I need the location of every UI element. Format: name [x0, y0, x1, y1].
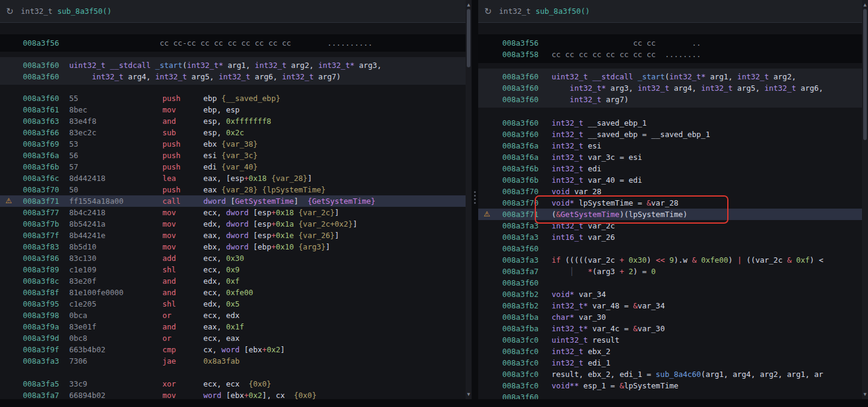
code-row[interactable]: 008a3f60int32_t __saved_ebp = __saved_eb…	[478, 129, 862, 140]
address[interactable]: 008a3fb2	[502, 300, 552, 311]
address[interactable]: 008a3f60	[502, 243, 552, 254]
code-row[interactable]: 008a3f6c8d442418leaeax, [esp+0x18 {var_2…	[0, 173, 466, 184]
code-row[interactable]: 008a3fa7 │ *(arg3 + 2) = 0	[478, 266, 862, 277]
address[interactable]: 008a3f95	[23, 298, 69, 310]
code-row[interactable]: 008a3fa533c9xorecx, ecx {0x0}	[0, 378, 466, 390]
address[interactable]: 008a3f60	[502, 71, 552, 82]
address[interactable]: 008a3fc0	[502, 334, 552, 346]
code-row[interactable]: 008a3fbaint32_t* var_4c = &var_30	[478, 323, 862, 334]
code-row[interactable]: 008a3fa37306jae0x8a3fab	[0, 355, 466, 367]
address[interactable]: 008a3fc0	[502, 357, 552, 369]
signature-row[interactable]: 008a3f60uint32_t __stdcall _start(int32_…	[0, 60, 466, 71]
code-row[interactable]: 008a3f6055pushebp {__saved_ebp}	[0, 93, 466, 104]
pane-divider[interactable]	[472, 0, 478, 407]
code-row[interactable]: 008a3f618becmovebp, esp	[0, 104, 466, 115]
address[interactable]: 008a3fc0	[502, 346, 552, 357]
address[interactable]: 008a3f71	[23, 195, 69, 207]
address[interactable]: 008a3fba	[502, 311, 552, 323]
decompiler-view[interactable]: ↻ int32_t sub_8a3f50() 008a3f56 cc cc ..…	[478, 0, 862, 407]
address[interactable]: 008a3f56	[502, 37, 552, 49]
address[interactable]: 008a3f66	[23, 127, 69, 138]
code-row[interactable]: 008a3f9f663b4b02cmpcx, word [ebx+0x2]	[0, 344, 466, 355]
scroll-down-icon[interactable]: ▼	[466, 391, 472, 397]
address[interactable]: 008a3f8c	[23, 275, 69, 287]
code-row[interactable]: 008a3fc0int32_t ebx_2	[478, 346, 862, 357]
code-row[interactable]: 008a3f70void var_28	[478, 186, 862, 197]
code-row[interactable]	[0, 367, 466, 378]
signature-row[interactable]: 008a3f60uint32_t __stdcall _start(int32_…	[478, 71, 862, 82]
hexdump-row[interactable]: 008a3f58cc cc cc cc cc cc cc cc ........	[478, 49, 862, 60]
address[interactable]: 008a3fa7	[502, 266, 552, 277]
address[interactable]: 008a3f60	[502, 82, 552, 94]
address[interactable]: 008a3f6c	[23, 173, 69, 184]
code-row[interactable]: 008a3f7b8b54241amovedx, dword [esp+0x1a …	[0, 218, 466, 230]
address[interactable]: 008a3f6b	[502, 163, 552, 174]
address[interactable]: 008a3fa3	[502, 254, 552, 266]
code-row[interactable]: 008a3f95c1e205shledx, 0x5	[0, 298, 466, 310]
address[interactable]: 008a3f89	[23, 264, 69, 275]
address[interactable]: 008a3f60	[502, 277, 552, 289]
address[interactable]: 008a3f9f	[23, 344, 69, 355]
code-row[interactable]: 008a3f6a56pushesi {var_3c}	[0, 150, 466, 161]
address[interactable]: 008a3fa3	[23, 355, 69, 367]
code-row[interactable]: 008a3f89c1e109shlecx, 0x9	[0, 264, 466, 275]
scroll-up-icon[interactable]: ▲	[466, 2, 472, 8]
address[interactable]: 008a3f9a	[23, 321, 69, 332]
address[interactable]: 008a3f7f	[23, 230, 69, 241]
left-scrollbar[interactable]: ▲ ▼	[466, 0, 472, 407]
code-row[interactable]: 008a3f70void* lpSystemTime = &var_28	[478, 197, 862, 209]
address[interactable]: 008a3f60	[23, 71, 69, 82]
address[interactable]: 008a3f6a	[23, 150, 69, 161]
address[interactable]: 008a3f60	[502, 94, 552, 105]
address[interactable]: 008a3f60	[502, 129, 552, 140]
address[interactable]: 008a3f70	[502, 197, 552, 209]
left-scrollbar-thumb[interactable]	[467, 9, 470, 67]
address[interactable]: 008a3fa3	[502, 220, 552, 231]
refresh-icon[interactable]: ↻	[484, 6, 492, 17]
code-row[interactable]: 008a3f980bcaorecx, edx	[0, 310, 466, 321]
code-row[interactable]: 008a3f7f8b44241emoveax, dword [esp+0x1e …	[0, 230, 466, 241]
address[interactable]: 008a3fba	[502, 323, 552, 334]
address[interactable]: 008a3f8f	[23, 287, 69, 298]
right-scrollbar[interactable]: ▲ ▼	[862, 0, 868, 407]
address[interactable]: 008a3f60	[23, 60, 69, 71]
address[interactable]: 008a3fc0	[502, 369, 552, 380]
address[interactable]: 008a3f71	[502, 209, 552, 220]
address[interactable]: 008a3f70	[502, 186, 552, 197]
address[interactable]: 008a3f63	[23, 115, 69, 127]
code-row[interactable]: ⚠008a3f71ff1554a18a00calldword [GetSyste…	[0, 195, 466, 207]
hexdump-row[interactable]: 008a3f56 cc cc-cc cc cc cc cc cc cc cc .…	[0, 37, 466, 49]
code-row[interactable]: 008a3f9d0bc8orecx, eax	[0, 332, 466, 344]
code-row[interactable]: 008a3f778b4c2418movecx, dword [esp+0x18 …	[0, 207, 466, 218]
address[interactable]: 008a3f7b	[23, 218, 69, 230]
code-row[interactable]: 008a3f9a83e01fandeax, 0x1f	[0, 321, 466, 332]
address[interactable]: 008a3fb2	[502, 289, 552, 300]
address[interactable]: 008a3f58	[502, 49, 552, 60]
address[interactable]: 008a3fa3	[502, 231, 552, 243]
address[interactable]: 008a3f60	[23, 93, 69, 104]
code-row[interactable]: 008a3f60	[478, 277, 862, 289]
address[interactable]: 008a3fc0	[502, 380, 552, 391]
code-row[interactable]: 008a3f8683c130addecx, 0x30	[0, 252, 466, 264]
code-row[interactable]: 008a3f6953pushebx {var_38}	[0, 138, 466, 150]
code-row[interactable]: 008a3f60	[478, 243, 862, 254]
scroll-down-icon[interactable]: ▼	[862, 391, 868, 397]
address[interactable]: 008a3f86	[23, 252, 69, 264]
hexdump-row[interactable]: 008a3f56 cc cc ..	[478, 37, 862, 49]
code-row[interactable]: 008a3f8c83e20fandedx, 0xf	[0, 275, 466, 287]
code-row[interactable]: 008a3fc0result, ebx_2, edi_1 = sub_8a4c6…	[478, 369, 862, 380]
code-row[interactable]: 008a3f6383e4f8andesp, 0xfffffff8	[0, 115, 466, 127]
disassembly-view[interactable]: ↻ int32_t sub_8a3f50() 008a3f56 cc cc-cc…	[0, 0, 466, 407]
address[interactable]: 008a3f6b	[23, 161, 69, 173]
address[interactable]: 008a3f6a	[502, 151, 552, 163]
address[interactable]: 008a3f69	[23, 138, 69, 150]
address[interactable]: 008a3f61	[23, 104, 69, 115]
address[interactable]: 008a3fa5	[23, 378, 69, 390]
address[interactable]: 008a3f6b	[502, 174, 552, 186]
code-row[interactable]: 008a3fc0uint32_t result	[478, 334, 862, 346]
code-row[interactable]: 008a3fa3if (((((var_2c + 0x30) << 9).w &…	[478, 254, 862, 266]
code-row[interactable]: 008a3fc0int32_t edi_1	[478, 357, 862, 369]
address[interactable]: 008a3f6a	[502, 140, 552, 151]
signature-row[interactable]: 008a3f60 int32_t arg4, int32_t arg5, int…	[0, 71, 466, 82]
address[interactable]: 008a3f56	[23, 37, 69, 49]
